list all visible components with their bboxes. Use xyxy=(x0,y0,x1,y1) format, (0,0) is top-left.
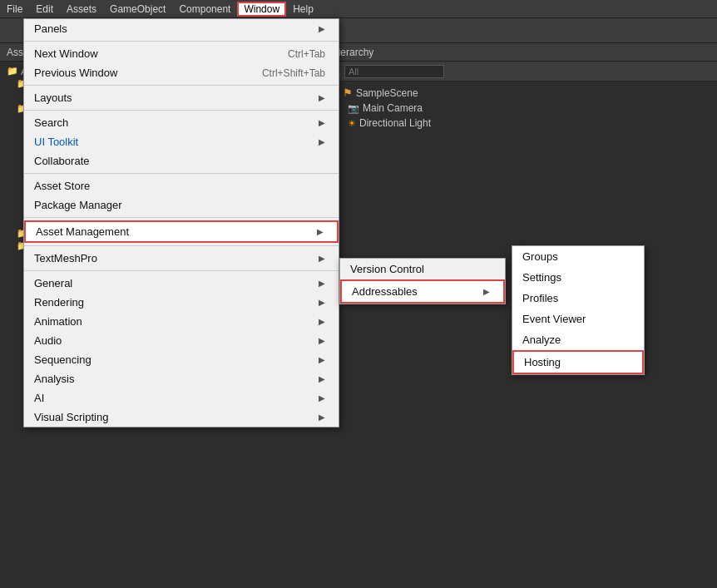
menu-item-analysis-label: Analysis xyxy=(34,373,74,385)
menu-gameobject[interactable]: GameObject xyxy=(103,2,172,17)
menu-item-uitoolkit-label: UI Toolkit xyxy=(34,136,78,148)
menu-item-uitoolkit[interactable]: UI Toolkit ▶ xyxy=(24,132,339,151)
search-arrow-icon: ▶ xyxy=(319,118,325,127)
separator-2 xyxy=(24,85,339,86)
menu-item-search[interactable]: Search ▶ xyxy=(24,113,339,132)
menu-item-assetstore-label: Asset Store xyxy=(34,180,90,192)
menu-item-sequencing-label: Sequencing xyxy=(34,353,91,366)
menu-file[interactable]: File xyxy=(0,2,29,17)
separator-5 xyxy=(24,217,339,218)
menu-component[interactable]: Component xyxy=(172,2,237,17)
directional-light-item[interactable]: ☀ Directional Light xyxy=(324,116,717,131)
menu-window[interactable]: Window xyxy=(237,2,286,17)
menu-item-assetstore[interactable]: Asset Store xyxy=(24,176,339,195)
menu-help[interactable]: Help xyxy=(286,2,320,17)
menu-item-panels[interactable]: Panels ▶ xyxy=(24,19,339,38)
menu-item-rendering[interactable]: Rendering ▶ xyxy=(24,293,339,312)
addressables-settings[interactable]: Settings xyxy=(512,267,644,288)
menu-item-audio-label: Audio xyxy=(34,334,62,347)
menu-item-layouts[interactable]: Layouts ▶ xyxy=(24,88,339,107)
menu-item-ai-label: AI xyxy=(34,392,44,404)
addressables-groups[interactable]: Groups xyxy=(512,246,644,267)
menu-item-packagemanager[interactable]: Package Manager xyxy=(24,195,339,215)
menu-item-visualscripting[interactable]: Visual Scripting ▶ xyxy=(24,408,339,427)
addressables-analyze-label: Analyze xyxy=(522,334,561,346)
main-camera-label: Main Camera xyxy=(363,102,423,114)
hierarchy-search-input[interactable] xyxy=(344,65,444,78)
audio-arrow-icon: ▶ xyxy=(319,336,325,345)
menu-item-animation[interactable]: Animation ▶ xyxy=(24,312,339,331)
uitoolkit-arrow-icon: ▶ xyxy=(319,137,325,146)
addressables-hosting-label: Hosting xyxy=(524,356,561,368)
submenu-addressables-items: Groups Settings Profiles Event Viewer An… xyxy=(512,245,645,375)
addressables-profiles[interactable]: Profiles xyxy=(512,288,644,309)
menu-item-ai[interactable]: AI ▶ xyxy=(24,388,339,408)
textmeshpro-arrow-icon: ▶ xyxy=(319,254,325,263)
menu-edit[interactable]: Edit xyxy=(29,2,60,17)
animation-arrow-icon: ▶ xyxy=(319,317,325,326)
menu-item-search-label: Search xyxy=(34,116,68,129)
menu-item-visualscripting-label: Visual Scripting xyxy=(34,411,108,423)
menu-item-general-label: General xyxy=(34,277,72,289)
menu-item-textmeshpro[interactable]: TextMeshPro ▶ xyxy=(24,249,339,268)
menu-item-panels-label: Panels xyxy=(34,22,67,35)
menu-item-general[interactable]: General ▶ xyxy=(24,274,339,293)
layouts-arrow-icon: ▶ xyxy=(319,93,325,102)
addressables-profiles-label: Profiles xyxy=(522,292,558,304)
prev-window-shortcut: Ctrl+Shift+Tab xyxy=(262,67,325,79)
scene-name: SampleScene xyxy=(356,87,418,99)
menu-item-audio[interactable]: Audio ▶ xyxy=(24,331,339,350)
submenu-addressables[interactable]: Addressables ▶ xyxy=(340,279,505,304)
directional-light-label: Directional Light xyxy=(359,117,431,129)
menu-item-assetmanagement-label: Asset Management xyxy=(36,225,129,238)
addressables-event-viewer[interactable]: Event Viewer xyxy=(512,309,644,329)
menu-item-next-window-label: Next Window xyxy=(34,47,98,60)
menu-item-textmeshpro-label: TextMeshPro xyxy=(34,252,97,264)
menu-item-sequencing[interactable]: Sequencing ▶ xyxy=(24,350,339,369)
sequencing-arrow-icon: ▶ xyxy=(319,355,325,364)
menu-bar: File Edit Assets GameObject Component Wi… xyxy=(0,0,717,18)
addressables-arrow-icon: ▶ xyxy=(483,287,490,296)
submenu-version-control[interactable]: Version Control xyxy=(340,259,505,279)
menu-item-next-window[interactable]: Next Window Ctrl+Tab xyxy=(24,44,339,63)
general-arrow-icon: ▶ xyxy=(319,279,325,288)
rendering-arrow-icon: ▶ xyxy=(319,298,325,307)
window-dropdown-menu: Panels ▶ Next Window Ctrl+Tab Previous W… xyxy=(23,18,339,427)
visualscripting-arrow-icon: ▶ xyxy=(319,413,325,422)
addressables-hosting[interactable]: Hosting xyxy=(512,350,644,374)
submenu-asset-management: Version Control Addressables ▶ xyxy=(339,258,506,304)
addressables-settings-label: Settings xyxy=(522,271,561,284)
hierarchy-search-bar: 🔍 xyxy=(324,62,717,82)
menu-item-animation-label: Animation xyxy=(34,315,82,328)
addressables-analyze[interactable]: Analyze xyxy=(512,329,644,350)
separator-3 xyxy=(24,110,339,111)
separator-1 xyxy=(24,41,339,42)
hierarchy-panel-header: Hierarchy xyxy=(324,43,717,62)
separator-4 xyxy=(24,173,339,174)
addressables-event-viewer-label: Event Viewer xyxy=(522,313,586,325)
separator-6 xyxy=(24,245,339,246)
menu-item-layouts-label: Layouts xyxy=(34,91,72,104)
analysis-arrow-icon: ▶ xyxy=(319,374,325,383)
menu-item-assetmanagement[interactable]: Asset Management ▶ xyxy=(24,220,339,243)
panels-arrow-icon: ▶ xyxy=(319,24,325,33)
menu-item-collaborate[interactable]: Collaborate xyxy=(24,151,339,170)
submenu-version-control-label: Version Control xyxy=(350,263,424,275)
menu-item-analysis[interactable]: Analysis ▶ xyxy=(24,369,339,388)
menu-item-prev-window[interactable]: Previous Window Ctrl+Shift+Tab xyxy=(24,63,339,82)
assetmanagement-arrow-icon: ▶ xyxy=(317,227,324,236)
menu-item-rendering-label: Rendering xyxy=(34,296,84,309)
addressables-groups-label: Groups xyxy=(522,250,558,263)
main-camera-item[interactable]: 📷 Main Camera xyxy=(324,101,717,116)
submenu-addressables-label: Addressables xyxy=(352,285,418,298)
menu-item-packagemanager-label: Package Manager xyxy=(34,199,122,211)
scene-item[interactable]: ▼ ⚑ SampleScene xyxy=(324,85,717,101)
menu-item-collaborate-label: Collaborate xyxy=(34,155,90,167)
menu-assets[interactable]: Assets xyxy=(60,2,103,17)
separator-7 xyxy=(24,270,339,271)
menu-item-prev-window-label: Previous Window xyxy=(34,67,117,79)
next-window-shortcut: Ctrl+Tab xyxy=(288,48,325,60)
ai-arrow-icon: ▶ xyxy=(319,393,325,403)
